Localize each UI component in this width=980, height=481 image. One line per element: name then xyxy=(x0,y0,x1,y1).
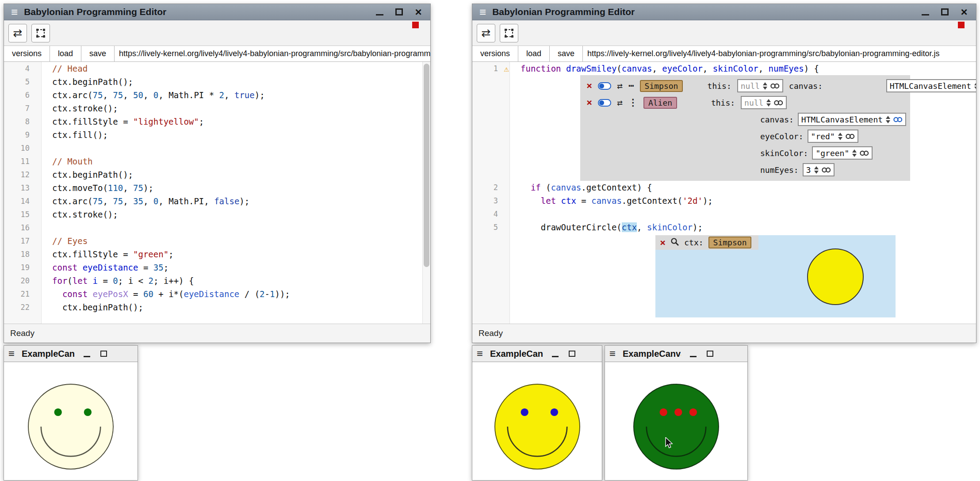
line-number[interactable]: 7 xyxy=(4,102,42,115)
code-text[interactable]: ctx.beginPath(); xyxy=(42,75,430,88)
maximize-button[interactable] xyxy=(567,349,577,359)
maximize-button[interactable] xyxy=(99,349,108,359)
maximize-button[interactable] xyxy=(394,7,404,17)
versions-tab[interactable]: versions xyxy=(4,46,50,61)
url-field[interactable]: https://lively-kernel.org/lively4/lively… xyxy=(115,46,430,61)
maximize-button[interactable] xyxy=(940,7,949,17)
line-number[interactable]: 11 xyxy=(4,155,42,168)
line-number[interactable]: 15 xyxy=(4,208,42,221)
delete-example-button[interactable]: × xyxy=(586,81,592,91)
code-text[interactable]: const eyeDistance = 35; xyxy=(42,261,430,274)
link-icon[interactable] xyxy=(822,167,831,173)
value-stepper-icon[interactable] xyxy=(974,82,976,90)
line-number[interactable]: 16 xyxy=(4,221,42,234)
value-stepper-icon[interactable] xyxy=(763,82,767,90)
line-number[interactable]: 8 xyxy=(4,115,42,128)
code-editor[interactable]: 4// Head5ctx.beginPath();6ctx.arc(75, 75… xyxy=(4,62,430,324)
minimize-button[interactable] xyxy=(550,349,560,359)
code-text[interactable]: ctx.moveTo(110, 75); xyxy=(42,181,430,195)
example-toggle[interactable] xyxy=(598,99,611,107)
select-frame-button[interactable] xyxy=(31,24,50,42)
titlebar[interactable]: ≡ ExampleCanvas xyxy=(4,346,138,362)
code-text[interactable]: ctx.beginPath(); xyxy=(42,301,430,314)
code-text[interactable]: for(let i = 0; i < 2; i++) { xyxy=(42,274,430,287)
value-box[interactable]: "red" xyxy=(808,130,858,143)
menu-icon[interactable]: ≡ xyxy=(477,348,483,359)
close-button[interactable]: × xyxy=(959,7,969,17)
link-icon[interactable] xyxy=(860,150,869,156)
line-number[interactable]: 10 xyxy=(4,141,42,155)
titlebar[interactable]: ≡ Babylonian Programming Editor × xyxy=(4,4,430,20)
minimize-button[interactable] xyxy=(375,7,384,17)
line-number[interactable]: 21 xyxy=(4,287,42,301)
code-editor[interactable]: 1⚠function drawSmiley(canvas, eyeColor, … xyxy=(472,62,976,324)
code-text[interactable]: const eyePosX = 60 + i*(eyeDistance / (2… xyxy=(42,287,430,301)
load-tab[interactable]: load xyxy=(50,46,81,61)
code-text[interactable]: function drawSmiley(canvas, eyeColor, sk… xyxy=(510,62,976,75)
line-number[interactable]: 17 xyxy=(4,234,42,248)
code-text[interactable]: ctx.fillStyle = "lightyellow"; xyxy=(42,115,430,128)
line-number[interactable]: 12 xyxy=(4,168,42,181)
url-field[interactable]: https://lively-kernel.org/lively4/lively… xyxy=(583,46,976,61)
code-text[interactable]: // Eyes xyxy=(42,234,430,248)
example-badge[interactable]: Alien xyxy=(643,97,677,109)
minimize-button[interactable] xyxy=(920,7,930,17)
swap-icon[interactable]: ⇄ xyxy=(617,81,623,91)
menu-icon[interactable]: ≡ xyxy=(8,348,15,359)
value-stepper-icon[interactable] xyxy=(766,99,771,107)
code-text[interactable]: // Head xyxy=(42,62,430,75)
line-number[interactable]: 14 xyxy=(4,195,42,208)
example-toggle[interactable] xyxy=(598,82,611,90)
versions-tab[interactable]: versions xyxy=(472,46,518,61)
code-text[interactable] xyxy=(42,141,430,155)
scrollbar[interactable] xyxy=(422,62,430,324)
save-tab[interactable]: save xyxy=(550,46,583,61)
line-number[interactable]: 3 xyxy=(472,194,510,207)
code-text[interactable]: ctx.fill(); xyxy=(42,128,430,141)
line-number[interactable]: 13 xyxy=(4,181,42,195)
code-text[interactable] xyxy=(42,221,430,234)
example-menu-icon[interactable]: ⋯ xyxy=(628,81,634,91)
magnifier-icon[interactable] xyxy=(670,237,679,248)
example-menu-icon[interactable]: ⋮ xyxy=(628,98,638,107)
minimize-button[interactable] xyxy=(82,349,92,359)
code-text[interactable]: drawOuterCircle(ctx, skinColor); xyxy=(510,221,976,234)
value-box[interactable]: HTMLCanvasElement xyxy=(798,113,906,126)
menu-icon[interactable]: ≡ xyxy=(11,6,18,18)
line-number[interactable]: 4 xyxy=(472,207,510,221)
swap-icon[interactable]: ⇄ xyxy=(617,98,623,107)
example-badge[interactable]: Simpson xyxy=(708,237,752,248)
value-stepper-icon[interactable] xyxy=(886,116,890,123)
code-text[interactable]: ctx.arc(75, 75, 50, 0, Math.PI * 2, true… xyxy=(42,88,430,102)
minimize-button[interactable] xyxy=(688,349,698,359)
code-text[interactable]: ctx.stroke(); xyxy=(42,208,430,221)
line-number[interactable]: 4 xyxy=(4,62,42,75)
code-text[interactable]: ctx.fillStyle = "green"; xyxy=(42,248,430,261)
delete-probe-button[interactable]: × xyxy=(660,238,666,248)
value-stepper-icon[interactable] xyxy=(814,166,819,174)
value-box[interactable]: 3 xyxy=(803,163,835,176)
line-number[interactable]: 1⚠ xyxy=(472,62,510,75)
line-number[interactable]: 19 xyxy=(4,261,42,274)
line-number[interactable]: 20 xyxy=(4,274,42,287)
link-icon[interactable] xyxy=(774,100,783,106)
line-number[interactable]: 18 xyxy=(4,248,42,261)
load-tab[interactable]: load xyxy=(518,46,550,61)
example-badge[interactable]: Simpson xyxy=(640,80,683,92)
code-text[interactable]: // Mouth xyxy=(42,155,430,168)
line-number[interactable]: 9 xyxy=(4,128,42,141)
link-icon[interactable] xyxy=(770,83,780,89)
swap-button[interactable]: ⇄ xyxy=(477,24,495,42)
line-number[interactable]: 6 xyxy=(4,88,42,102)
titlebar[interactable]: ≡ Babylonian Programming Editor × xyxy=(472,4,976,20)
line-number[interactable]: 2 xyxy=(472,181,510,194)
value-box[interactable]: "green" xyxy=(812,146,873,160)
code-text[interactable]: if (canvas.getContext) { xyxy=(510,181,976,194)
close-button[interactable]: × xyxy=(413,7,423,17)
value-stepper-icon[interactable] xyxy=(852,149,857,157)
maximize-button[interactable] xyxy=(705,349,715,359)
delete-example-button[interactable]: × xyxy=(586,98,592,107)
swap-button[interactable]: ⇄ xyxy=(8,24,27,42)
menu-icon[interactable]: ≡ xyxy=(479,6,486,18)
canvas-area[interactable] xyxy=(4,362,138,480)
